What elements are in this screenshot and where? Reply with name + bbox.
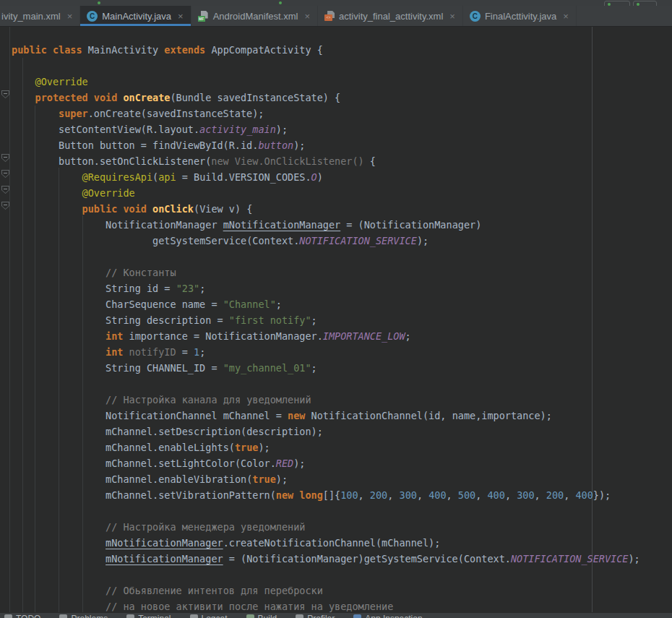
code-segment-num: 300 xyxy=(400,489,417,501)
code-segment-def: ); xyxy=(293,140,305,151)
code-line: // Настройка менеджера уведомлений xyxy=(0,519,672,535)
run-indicator-dot xyxy=(279,1,282,4)
code-segment-cons: O xyxy=(311,171,317,183)
code-segment-def: , xyxy=(505,489,517,501)
code-segment-def: }); xyxy=(593,489,611,501)
java-class-icon: C xyxy=(470,11,481,22)
code-segment-def: mChannel.enableLights( xyxy=(105,442,235,453)
toolwindow-button-logcat[interactable]: Logcat xyxy=(190,614,228,618)
code-segment-def: button.setOnClickListener( xyxy=(59,155,211,167)
code-segment-dim: notifyID xyxy=(129,346,176,358)
code-line: mChannel.setLightColor(Color.RED); xyxy=(0,455,672,471)
code-segment-def: .createNotificationChannel(mChannel); xyxy=(223,537,441,549)
code-segment-decl: onClick xyxy=(152,203,194,215)
code-segment-str: "23" xyxy=(176,283,200,294)
code-segment-ann: @Override xyxy=(35,76,88,87)
terminal-icon xyxy=(126,614,134,618)
code-segment-def: (View v) { xyxy=(194,203,252,215)
code-segment-kw: protected void xyxy=(35,92,124,103)
toolwindow-button-terminal[interactable]: Terminal xyxy=(126,614,171,618)
code-segment-und: mNotificationManager xyxy=(105,553,223,565)
code-segment-def: []{ xyxy=(323,489,340,501)
close-tab-icon[interactable]: × xyxy=(304,12,310,21)
close-tab-icon[interactable]: × xyxy=(178,12,184,21)
code-segment-decl: onCreate xyxy=(123,92,170,103)
code-segment-def: mChannel.enableVibration( xyxy=(105,473,252,485)
code-line xyxy=(0,376,672,392)
fold-marker[interactable] xyxy=(1,90,9,98)
code-segment-cons: button xyxy=(258,140,293,151)
code-line: String CHANNEL_ID = "my_channel_01"; xyxy=(0,360,672,376)
fold-marker[interactable] xyxy=(1,202,9,210)
code-line: mChannel.setVibrationPattern(new long[]{… xyxy=(0,487,672,503)
code-segment-def: ); xyxy=(276,473,288,485)
fold-marker[interactable] xyxy=(1,170,9,178)
code-line: protected void onCreate(Bundle savedInst… xyxy=(0,90,672,106)
code-segment-def: = (NotificationManager)getSystemService(… xyxy=(223,553,511,565)
code-segment-def: = Build.VERSION_CODES. xyxy=(176,171,311,183)
toolwindow-label: Build xyxy=(258,614,277,618)
toolwindow-button-problems[interactable]: Problems xyxy=(59,614,108,618)
code-segment-com: // на новое активити после нажатия на ув… xyxy=(105,601,393,612)
app-inspection-icon xyxy=(353,614,361,618)
code-segment-ann: api xyxy=(158,171,176,183)
code-segment-kw: extends xyxy=(164,44,211,56)
code-segment-kw: new xyxy=(288,410,311,421)
code-segment-def: mChannel.setDescription(description); xyxy=(105,426,323,437)
tab-label: ivity_main.xml xyxy=(1,11,61,22)
toolwindow-button-build[interactable]: Build xyxy=(246,614,277,618)
code-segment-def: , xyxy=(564,489,575,501)
code-line: NotificationManager mNotificationManager… xyxy=(0,217,672,233)
code-segment-cons: activity_main xyxy=(199,124,276,135)
close-tab-icon[interactable]: × xyxy=(563,12,569,21)
toolwindow-button-profiler[interactable]: Profiler xyxy=(296,614,335,618)
toolwindow-button-app-inspection[interactable]: App Inspection xyxy=(353,614,422,618)
code-segment-kw: int xyxy=(105,346,129,358)
close-tab-icon[interactable]: × xyxy=(67,12,73,21)
code-segment-kw: new long xyxy=(276,489,323,501)
code-segment-def: ; xyxy=(276,299,282,310)
toolwindow-button-todo[interactable]: TODO xyxy=(4,614,40,618)
code-line xyxy=(0,58,672,74)
code-segment-kw: super xyxy=(59,108,88,119)
code-segment-ann: @Override xyxy=(82,187,135,199)
code-segment-und: mNotificationManager xyxy=(223,219,341,231)
code-segment-def: (Bundle savedInstanceState) { xyxy=(170,92,340,103)
code-segment-def: importance = NotificationManager. xyxy=(129,330,323,342)
code-segment-def: ; xyxy=(199,283,205,294)
code-line: mChannel.enableLights(true); xyxy=(0,439,672,455)
code-segment-def: ; xyxy=(405,330,411,342)
code-line: mChannel.enableVibration(true); xyxy=(0,471,672,487)
close-tab-icon[interactable]: × xyxy=(449,12,455,21)
code-editor[interactable]: public class MainActivity extends AppCom… xyxy=(0,27,672,612)
code-segment-ann: @RequiresApi xyxy=(82,171,153,183)
code-line: button.setOnClickListener(new View.OnCli… xyxy=(0,153,672,169)
code-line: // Константы xyxy=(0,265,672,280)
editor-tab-activity-final-acttivity-xml[interactable]: <>activity_final_acttivity.xml× xyxy=(318,6,463,26)
code-segment-kw: true xyxy=(252,473,276,485)
code-segment-def: setContentView(R.layout. xyxy=(59,124,199,135)
editor-tab-mainactivity-java[interactable]: CMainActivity.java× xyxy=(80,6,191,26)
editor-tab-ivity-main-xml[interactable]: ivity_main.xml× xyxy=(0,6,80,26)
code-segment-def: ); xyxy=(276,124,288,135)
logcat-icon xyxy=(190,614,198,618)
code-segment-num: 400 xyxy=(487,489,504,501)
code-segment-def: NotificationChannel mChannel = xyxy=(105,410,288,421)
editor-tab-bar: ivity_main.xml×CMainActivity.java×MFAndr… xyxy=(0,6,672,27)
code-segment-com: // Настройка менеджера уведомлений xyxy=(105,521,305,533)
editor-tab-finalacttivity-java[interactable]: CFinalActtivity.java× xyxy=(463,6,577,26)
layout-xml-icon: <> xyxy=(324,11,335,21)
code-segment-def: String id = xyxy=(105,283,176,294)
run-indicator-dot xyxy=(98,1,100,4)
tab-label: activity_final_acttivity.xml xyxy=(339,11,443,22)
fold-marker[interactable] xyxy=(1,186,9,194)
toolwindow-bar: TODOProblemsTerminalLogcatBuildProfilerA… xyxy=(0,612,672,618)
fold-marker[interactable] xyxy=(1,154,9,162)
editor-tab-androidmanifest-xml[interactable]: MFAndroidManifest.xml× xyxy=(191,6,318,26)
code-line: // на новое активити после нажатия на ув… xyxy=(0,598,672,612)
code-line: @Override xyxy=(0,185,672,201)
code-segment-def: , xyxy=(417,489,428,501)
code-line: Button button = findViewById(R.id.button… xyxy=(0,137,672,153)
code-segment-num: 300 xyxy=(517,489,534,501)
code-line: mNotificationManager = (NotificationMana… xyxy=(0,551,672,567)
